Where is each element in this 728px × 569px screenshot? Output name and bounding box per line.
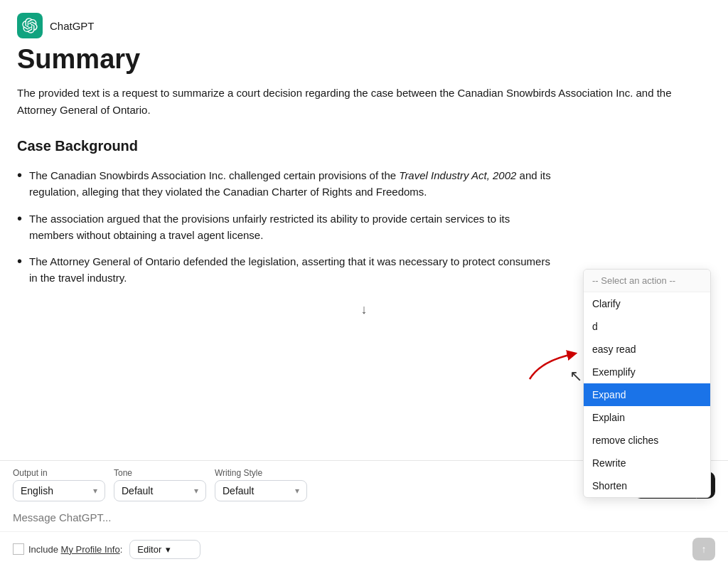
action-dropdown: -- Select an action -- Clarify d easy re… [583,269,711,498]
editor-value: Editor [137,544,161,555]
message-row [0,509,728,531]
output-dropdown[interactable]: English ▾ [13,480,105,501]
writing-style-label: Writing Style [215,468,307,478]
action-d[interactable]: d [584,315,710,338]
bullet-dot: • [17,209,22,244]
include-profile-wrapper: Include My Profile Info: [13,543,122,555]
list-item: • The association argued that the provis… [17,211,711,244]
app-header: ChatGPT [0,0,728,41]
tone-label: Tone [114,468,206,478]
message-input[interactable] [13,511,715,523]
writing-style-chevron-icon: ▾ [295,486,299,496]
chatgpt-logo [17,13,43,38]
output-value: English [21,485,53,496]
action-expand[interactable]: Expand [584,383,710,406]
output-chevron-icon: ▾ [93,486,97,496]
footer-row: Include My Profile Info: Editor ▾ ↑ [0,531,728,569]
tone-dropdown[interactable]: Default ▾ [114,480,206,501]
tone-chevron-icon: ▾ [194,486,198,496]
action-dropdown-header: -- Select an action -- [584,270,710,292]
action-shorten[interactable]: Shorten [584,474,710,497]
bullet-text-3: The Attorney General of Ontario defended… [29,253,555,287]
bullet-dot: • [17,166,22,201]
arrow-annotation [526,347,583,385]
writing-style-value: Default [223,485,254,496]
writing-style-dropdown[interactable]: Default ▾ [215,480,307,501]
bullet-text-1: The Canadian Snowbirds Association Inc. … [29,167,555,201]
profile-link[interactable]: My Profile Info [61,544,120,555]
list-item: • The Canadian Snowbirds Association Inc… [17,167,711,201]
action-easy-read[interactable]: easy read [584,338,710,361]
bullet-dot: • [17,252,22,287]
action-exemplify[interactable]: Exemplify [584,361,710,383]
output-label: Output in [13,468,105,478]
bullet-text-2: The association argued that the provisio… [29,211,555,244]
editor-chevron-icon: ▾ [166,544,171,555]
action-explain[interactable]: Explain [584,406,710,429]
mouse-cursor: ↖ [569,367,582,385]
case-background-heading: Case Background [17,134,711,157]
include-profile-checkbox[interactable] [13,543,24,555]
action-rewrite[interactable]: Rewrite [584,452,710,474]
action-remove-cliches[interactable]: remove cliches [584,429,710,452]
editor-dropdown[interactable]: Editor ▾ [129,540,200,559]
output-control: Output in English ▾ [13,468,105,501]
page-title: Summary [0,44,728,75]
intro-paragraph: The provided text is a request to summar… [17,85,711,119]
tone-control: Tone Default ▾ [114,468,206,501]
send-button[interactable]: ↑ [692,538,715,560]
app-name: ChatGPT [50,20,95,32]
writing-style-control: Writing Style Default ▾ [215,468,307,501]
tone-value: Default [122,485,153,496]
main-content: The provided text is a request to summar… [0,85,728,287]
action-clarify[interactable]: Clarify [584,292,710,315]
send-icon: ↑ [702,543,707,555]
include-profile-label: Include My Profile Info: [28,544,122,555]
